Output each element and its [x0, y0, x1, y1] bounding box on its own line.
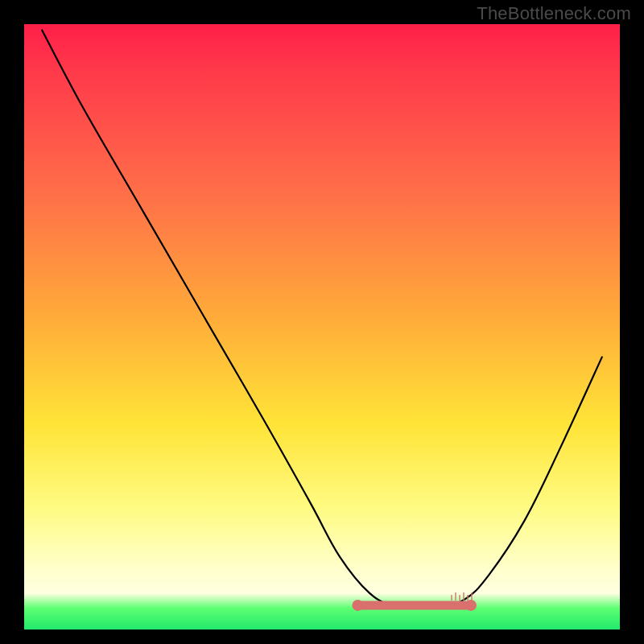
- marker-dot: [465, 600, 477, 611]
- bottleneck-curve: [24, 24, 620, 630]
- plot-area: [24, 24, 620, 630]
- watermark-text: TheBottleneck.com: [477, 3, 631, 24]
- curve-line: [42, 31, 602, 607]
- marker-dot: [352, 600, 363, 611]
- chart-frame: TheBottleneck.com: [0, 0, 644, 644]
